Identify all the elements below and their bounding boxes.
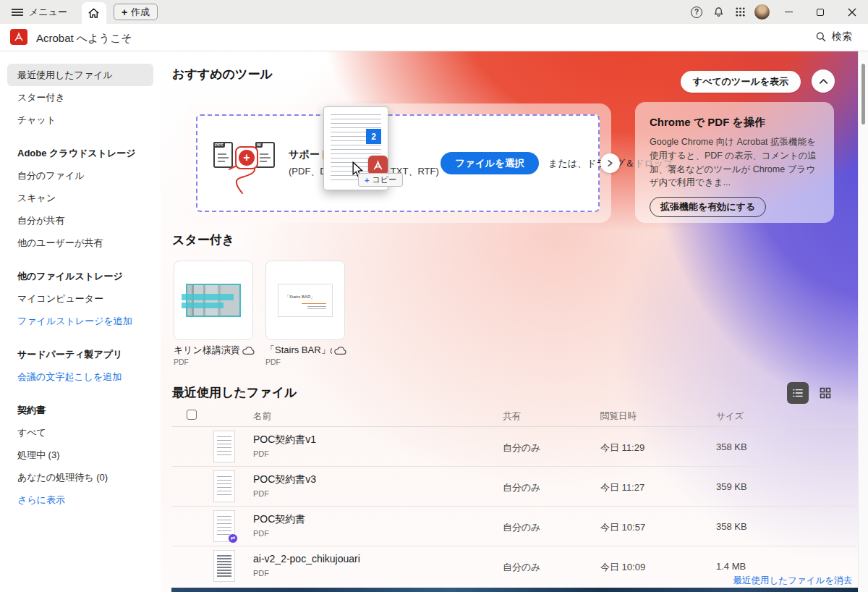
file-drop-zone[interactable]: PPT W + サポートされて (PDF、DOCX、PPTX、TXT、RTF) …	[196, 114, 600, 212]
chevron-right-icon	[607, 159, 613, 167]
starred-file-name: キリン様講演資...	[174, 344, 240, 357]
clipped-row-strip	[171, 588, 868, 592]
cloud-icon	[333, 346, 346, 355]
file-thumbnail	[213, 431, 235, 462]
file-type: PDF	[253, 569, 269, 578]
sidebar-item-my-files[interactable]: 自分のファイル	[7, 164, 153, 187]
list-view-icon	[792, 388, 804, 398]
thumbnail-text: 「Stairs BAR」	[285, 294, 315, 300]
show-all-tools-button[interactable]: すべてのツールを表示	[681, 71, 801, 93]
column-viewed: 閲覧日時	[600, 410, 637, 423]
select-file-button[interactable]: ファイルを選択	[441, 152, 539, 174]
column-size: サイズ	[716, 410, 744, 423]
plus-icon: +	[122, 7, 127, 18]
starred-file-type: PDF	[174, 358, 189, 366]
search-icon	[815, 31, 827, 43]
file-size: 1.4 MB	[716, 561, 746, 572]
pdf-file-icon	[368, 156, 388, 175]
page-title: Acrobat へようこそ	[36, 32, 132, 46]
sidebar-item-all-agreements[interactable]: すべて	[7, 421, 153, 444]
sidebar-item-waiting-for-you[interactable]: あなたの処理待ち (0)	[7, 466, 153, 489]
maximize-button[interactable]	[804, 0, 836, 24]
file-name: POC契約書	[253, 513, 305, 526]
starred-file-type: PDF	[265, 358, 281, 366]
sidebar-item-scan[interactable]: スキャン	[7, 187, 153, 209]
convert-files-icon: PPT W +	[210, 135, 286, 193]
table-row[interactable]: POC契約書v3 PDF 自分のみ 今日 11:27 359 KB	[172, 467, 856, 507]
recent-files-heading: 最近使用したファイル	[172, 384, 297, 401]
create-button[interactable]: + 作成	[114, 4, 158, 20]
file-shared: 自分のみ	[503, 441, 541, 454]
file-type: PDF	[253, 489, 269, 498]
sidebar-header-adobe-cloud: Adobe クラウドストレージ	[7, 142, 153, 164]
sidebar-item-starred[interactable]: スター付き	[7, 86, 153, 109]
carousel-next-button[interactable]	[600, 153, 620, 173]
sidebar-header-other-storage: 他のファイルストレージ	[7, 265, 153, 287]
close-button[interactable]	[836, 0, 868, 24]
app-grid-icon	[735, 7, 746, 17]
welcome-bar: Acrobat へようこそ 検索	[0, 24, 868, 51]
sidebar-item-my-computer[interactable]: マイコンピューター	[7, 287, 153, 310]
account-button[interactable]	[751, 0, 773, 24]
sidebar-link-add-storage[interactable]: ファイルストレージを追加	[7, 310, 153, 332]
scrollbar-thumb[interactable]	[861, 64, 865, 124]
help-button[interactable]: ?	[686, 0, 707, 24]
column-shared: 共有	[503, 410, 521, 423]
file-viewed: 今日 11:27	[600, 481, 644, 494]
close-icon	[848, 8, 856, 17]
sidebar-link-add-transcription[interactable]: 会議の文字起こしを追加	[7, 365, 153, 388]
recommended-tools-heading: おすすめのツール	[172, 66, 273, 83]
file-shared: 自分のみ	[503, 561, 541, 574]
file-viewed: 今日 11:29	[600, 441, 644, 454]
sidebar-header-third-party: サードパーティ製アプリ	[7, 343, 153, 365]
file-shared: 自分のみ	[503, 521, 541, 534]
file-viewed: 今日 10:57	[600, 521, 645, 534]
create-label: 作成	[131, 6, 150, 19]
grid-view-button[interactable]	[817, 385, 833, 401]
bell-icon	[712, 6, 725, 18]
starred-file-card[interactable]: 「Stairs BAR」	[265, 261, 345, 340]
file-size: 359 KB	[716, 481, 747, 492]
chrome-extension-card: Chrome で PDF を操作 Google Chrome 向け Acroba…	[635, 102, 834, 223]
notifications-button[interactable]	[707, 0, 729, 24]
table-row[interactable]: POC契約書v1 PDF 自分のみ 今日 11:29 358 KB	[172, 427, 856, 467]
home-icon	[87, 7, 101, 20]
sidebar-item-in-progress[interactable]: 処理中 (3)	[7, 444, 153, 466]
menu-button[interactable]: メニュー	[0, 0, 75, 24]
collapse-tools-button[interactable]	[812, 69, 835, 93]
enable-extension-button[interactable]: 拡張機能を有効にする	[650, 197, 766, 217]
apps-button[interactable]	[729, 0, 751, 24]
file-name: POC契約書v3	[253, 473, 316, 486]
clear-recent-files-link[interactable]: 最近使用したファイルを消去	[733, 575, 852, 587]
maximize-icon	[817, 9, 824, 16]
starred-file-card[interactable]	[174, 261, 253, 340]
sidebar-item-recent[interactable]: 最近使用したファイル	[7, 64, 153, 86]
chevron-up-icon	[819, 78, 828, 85]
file-shared: 自分のみ	[503, 481, 541, 494]
starred-heading: スター付き	[172, 232, 234, 248]
dropzone-card: PPT W + サポートされて (PDF、DOCX、PPTX、TXT、RTF) …	[184, 103, 611, 223]
minimize-button[interactable]	[773, 0, 804, 24]
file-thumbnail: 「Stairs BAR」	[278, 284, 333, 317]
agreement-badge-icon: ⇄	[228, 533, 238, 544]
file-name: POC契約書v1	[253, 434, 316, 447]
help-icon: ?	[691, 7, 702, 18]
sidebar-item-shared-by-others[interactable]: 他のユーザーが共有	[7, 232, 153, 254]
tab-home[interactable]	[82, 2, 106, 24]
sidebar-link-show-more[interactable]: さらに表示	[7, 489, 153, 511]
sidebar-item-shared-by-me[interactable]: 自分が共有	[7, 209, 153, 232]
vertical-scrollbar[interactable]	[858, 51, 868, 592]
sidebar-item-chat[interactable]: チャット	[7, 109, 153, 131]
recent-files-table: POC契約書v1 PDF 自分のみ 今日 11:29 358 KB POC契約書…	[172, 427, 856, 586]
avatar	[754, 4, 770, 20]
search-button[interactable]: 検索	[815, 30, 852, 43]
copy-label: コピー	[372, 174, 396, 185]
select-all-checkbox[interactable]	[187, 410, 197, 420]
file-thumbnail	[213, 550, 235, 582]
chrome-card-body: Google Chrome 向け Acrobat 拡張機能を使用すると、PDF …	[650, 135, 820, 190]
table-row[interactable]: ⇄ POC契約書 PDF 自分のみ 今日 10:57 358 KB	[172, 507, 856, 546]
hamburger-icon	[12, 9, 23, 16]
cloud-icon	[242, 346, 255, 355]
list-view-button[interactable]	[787, 382, 809, 404]
ppt-label: PPT	[213, 142, 225, 148]
